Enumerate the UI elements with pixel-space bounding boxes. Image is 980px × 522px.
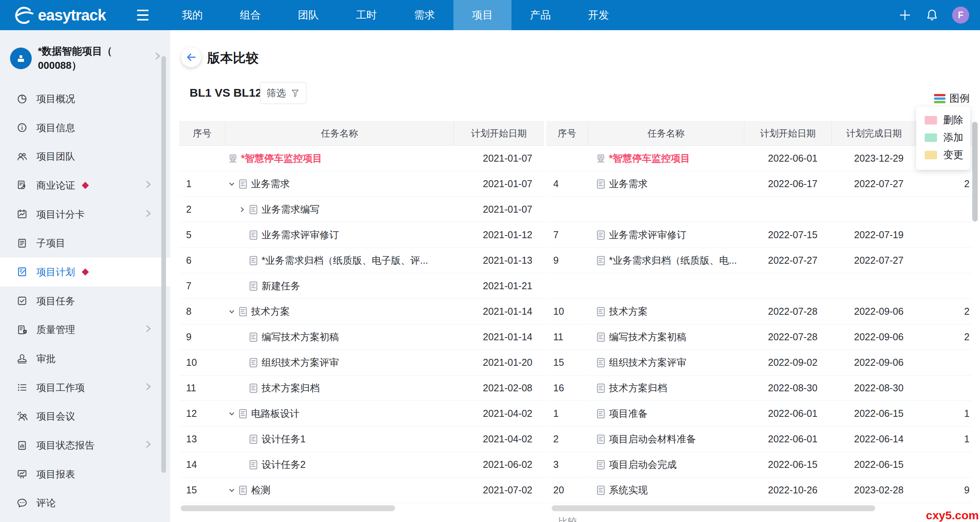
task-name[interactable]: 编写技术方案初稿 [262, 331, 339, 343]
filter-button[interactable]: 筛选 [260, 82, 306, 104]
task-name[interactable]: 项目启动会完成 [609, 458, 677, 471]
right-table-horizontal-scrollbar[interactable] [552, 505, 875, 511]
sidebar-item-1[interactable]: 项目概况 [0, 84, 170, 113]
task-row[interactable]: 7业务需求评审修订2022-07-152022-07-19 [546, 222, 972, 248]
caret-down-icon[interactable] [228, 487, 238, 494]
task-name[interactable]: 编写技术方案初稿 [609, 331, 686, 343]
task-name[interactable]: 新建任务 [262, 280, 300, 292]
chevron-right-icon[interactable] [144, 440, 152, 451]
chevron-right-icon[interactable] [144, 382, 152, 393]
chevron-right-icon[interactable] [153, 52, 162, 62]
task-name[interactable]: 项目启动会材料准备 [609, 433, 696, 445]
task-name[interactable]: *业务需求归档（纸质版、电子版、评... [262, 254, 428, 267]
task-name[interactable]: 业务需求 [609, 177, 648, 190]
sidebar-item-4[interactable]: 商业论证 [0, 171, 170, 200]
project-switcher[interactable]: *数据智能项目（000088） [0, 30, 170, 83]
nav-tab-5[interactable]: 需求 [395, 0, 453, 30]
nav-tab-3[interactable]: 团队 [279, 0, 337, 30]
brand-logo[interactable]: easytrack [0, 5, 128, 25]
nav-tab-4[interactable]: 工时 [337, 0, 395, 30]
task-row[interactable]: *智慧停车监控项目2021-01-07 [179, 146, 544, 171]
back-button[interactable] [181, 47, 201, 67]
task-row[interactable]: 20系统实现2022-10-262023-02-289 [546, 478, 972, 503]
task-row[interactable]: 16技术方案归档2022-08-302022-08-30 [546, 375, 972, 401]
sidebar-item-15[interactable]: 评论 [0, 489, 170, 518]
task-name[interactable]: 项目准备 [609, 407, 648, 420]
task-name[interactable]: *业务需求归档（纸质版、电... [609, 254, 737, 267]
chevron-right-icon[interactable] [144, 180, 152, 191]
task-row[interactable]: 5业务需求评审修订2021-01-12 [179, 222, 544, 248]
chevron-right-icon[interactable] [144, 209, 152, 220]
task-row[interactable]: 10技术方案2022-07-282022-09-062 [546, 299, 972, 324]
nav-tab-2[interactable]: 组合 [221, 0, 279, 30]
task-row[interactable]: 1项目准备2022-06-012022-06-151 [546, 401, 972, 426]
task-name[interactable]: 组织技术方案评审 [609, 356, 686, 369]
caret-down-icon[interactable] [228, 181, 238, 188]
task-row[interactable]: 1业务需求2021-01-07 [179, 171, 544, 197]
sidebar-item-6[interactable]: 子项目 [0, 229, 170, 258]
task-name[interactable]: *智慧停车监控项目 [241, 152, 322, 165]
page-vertical-scrollbar[interactable] [972, 122, 978, 222]
task-name[interactable]: 业务需求评审修订 [262, 229, 339, 241]
sidebar-item-11[interactable]: 项目工作项 [0, 373, 170, 402]
task-name[interactable]: 业务需求评审修订 [609, 229, 686, 241]
task-name[interactable]: 业务需求编写 [262, 203, 320, 216]
left-table-horizontal-scrollbar[interactable] [181, 505, 395, 511]
task-name[interactable]: 电路板设计 [251, 407, 299, 420]
task-name[interactable]: 检测 [251, 484, 270, 496]
task-name[interactable]: 技术方案 [251, 305, 290, 318]
task-name[interactable]: 系统实现 [609, 484, 648, 496]
chevron-right-icon[interactable] [144, 324, 152, 335]
task-row[interactable]: 11技术方案归档2021-02-08 [179, 375, 544, 401]
caret-right-icon[interactable] [239, 206, 249, 213]
task-row[interactable]: 10组织技术方案评审2021-01-20 [179, 350, 544, 375]
sidebar-item-5[interactable]: 项目计分卡 [0, 200, 170, 229]
nav-tab-1[interactable]: 我的 [163, 0, 221, 30]
task-name[interactable]: 技术方案归档 [262, 382, 320, 394]
task-row[interactable]: 4业务需求2022-06-172022-07-272 [546, 171, 972, 197]
task-name[interactable]: *智慧停车监控项目 [609, 152, 690, 165]
task-row[interactable]: 11编写技术方案初稿2022-07-282022-09-062 [546, 324, 972, 350]
caret-down-icon[interactable] [228, 410, 238, 417]
task-name[interactable]: 设计任务2 [262, 458, 306, 471]
task-row[interactable]: 9编写技术方案初稿2021-01-14 [179, 324, 544, 350]
sidebar-item-7[interactable]: 项目计划 [0, 258, 170, 287]
user-avatar[interactable]: F [952, 7, 969, 24]
nav-tab-8[interactable]: 开发 [570, 0, 628, 30]
sidebar-item-14[interactable]: 项目报表 [0, 460, 170, 489]
notifications-bell-icon[interactable] [925, 8, 939, 22]
task-name[interactable]: 技术方案 [609, 305, 648, 318]
task-row[interactable]: 14设计任务22021-06-02 [179, 452, 544, 478]
legend-toggle[interactable]: 图例 [934, 92, 970, 105]
nav-tab-7[interactable]: 产品 [511, 0, 570, 30]
sidebar-item-2[interactable]: 项目信息 [0, 113, 170, 142]
task-name[interactable]: 业务需求 [251, 177, 290, 190]
task-row[interactable]: 15检测2021-07-02 [179, 478, 544, 503]
sidebar-scrollbar[interactable] [161, 56, 166, 473]
sidebar-item-8[interactable]: 项目任务 [0, 287, 170, 316]
task-row[interactable]: 8技术方案2021-01-14 [179, 299, 544, 324]
task-name[interactable]: 组织技术方案评审 [262, 356, 339, 369]
task-row[interactable]: 3项目启动会完成2022-06-152022-06-15 [546, 452, 972, 478]
deleted-task-row[interactable] [546, 197, 972, 222]
task-row[interactable]: 2业务需求编写2021-01-07 [179, 197, 544, 222]
sidebar-item-10[interactable]: 审批 [0, 344, 170, 373]
deleted-task-row[interactable] [546, 273, 972, 299]
task-row[interactable]: 9*业务需求归档（纸质版、电...2022-07-272022-07-27 [546, 248, 972, 273]
task-row[interactable]: 2项目启动会材料准备2022-06-012022-06-141 [546, 426, 972, 452]
task-row[interactable]: 13设计任务12021-04-02 [179, 426, 544, 452]
hamburger-menu-icon[interactable] [128, 0, 158, 30]
task-row[interactable]: 15组织技术方案评审2022-09-022022-09-06 [546, 350, 972, 375]
task-name[interactable]: 技术方案归档 [609, 382, 667, 394]
sidebar-item-3[interactable]: 项目团队 [0, 142, 170, 171]
caret-down-icon[interactable] [228, 308, 238, 315]
task-name[interactable]: 设计任务1 [262, 433, 306, 445]
task-row[interactable]: *智慧停车监控项目2022-06-012023-12-291 [546, 146, 972, 171]
sidebar-item-9[interactable]: 质量管理 [0, 316, 170, 345]
sidebar-item-12[interactable]: 项目会议 [0, 402, 170, 431]
task-row[interactable]: 12电路板设计2021-04-02 [179, 401, 544, 426]
nav-tab-6[interactable]: 项目 [453, 0, 511, 30]
sidebar-item-13[interactable]: 项目状态报告 [0, 431, 170, 460]
task-row[interactable]: 7新建任务2021-01-21 [179, 273, 544, 299]
add-icon[interactable] [898, 8, 912, 22]
